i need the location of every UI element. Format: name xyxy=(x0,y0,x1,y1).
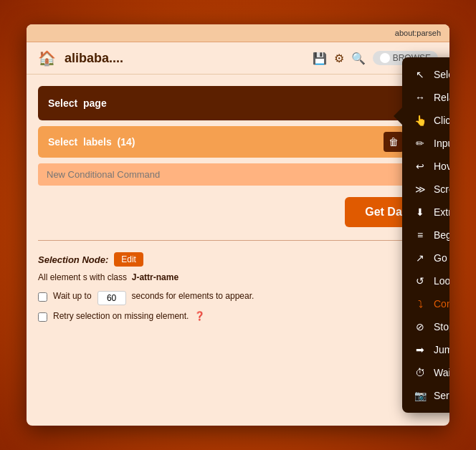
page-label: page xyxy=(83,97,107,109)
menu-item-icon: ↗ xyxy=(414,252,427,264)
wait-input[interactable] xyxy=(97,291,126,305)
menu-item-icon: ↩ xyxy=(414,161,427,172)
wait-text-before: Wait up to xyxy=(53,291,92,301)
menu-item-icon: ≡ xyxy=(414,229,427,241)
menu-item-label: Extract xyxy=(434,206,449,218)
menu-item-hover[interactable]: ↩Hover xyxy=(402,155,449,178)
menu-item-input[interactable]: ✏Input xyxy=(402,132,449,155)
menu-item-label: Select xyxy=(434,69,449,80)
gear-icon[interactable]: ⚙ xyxy=(334,52,344,65)
node-description: All element s with class J-attr-name xyxy=(38,272,438,282)
menu-item-wait[interactable]: ⏱Wait xyxy=(402,361,449,384)
menu-item-go-to-template[interactable]: ↗Go To Template xyxy=(402,246,449,269)
address-bar: about:parseh xyxy=(27,24,449,42)
menu-item-label: Begin New Entry xyxy=(434,229,449,241)
menu-item-label: Loop xyxy=(434,275,449,287)
menu-item-stop[interactable]: ⊘Stop xyxy=(402,315,449,338)
menu-item-icon: 📷 xyxy=(414,390,427,401)
menu-item-scroll[interactable]: ≫Scroll xyxy=(402,178,449,201)
selection-node-label: Selection Node: xyxy=(38,254,108,265)
menu-item-icon: ⏱ xyxy=(414,367,427,378)
toolbar: 🏠 alibaba.... 💾 ⚙ 🔍 BROWSE xyxy=(27,42,449,75)
menu-item-label: Server Snapshot xyxy=(434,390,449,401)
menu-item-icon: ✏ xyxy=(414,138,427,149)
menu-item-label: Stop xyxy=(434,321,449,332)
select-label: Select xyxy=(48,97,77,109)
menu-item-icon: ⬇ xyxy=(414,206,427,218)
menu-arrow xyxy=(394,107,402,125)
menu-item-icon: 👆 xyxy=(414,115,427,126)
divider xyxy=(38,240,438,241)
menu-item-icon: ↔ xyxy=(414,92,427,103)
select-page-row: Select page + xyxy=(38,86,438,120)
save-icon[interactable]: 💾 xyxy=(313,52,327,65)
menu-item-icon: ↺ xyxy=(414,275,427,287)
wait-row: Wait up to seconds for elements to appea… xyxy=(38,291,438,305)
menu-item-label: Hover xyxy=(434,161,449,172)
help-icon[interactable]: ❓ xyxy=(194,311,205,321)
menu-item-jump[interactable]: ➡Jump xyxy=(402,338,449,361)
address-text: about:parseh xyxy=(395,29,441,37)
menu-item-begin-new-entry[interactable]: ≡Begin New Entry xyxy=(402,224,449,246)
browser-window: about:parseh 🏠 alibaba.... 💾 ⚙ 🔍 BROWSE xyxy=(27,24,449,426)
wait-text-after: seconds for elements to appear. xyxy=(132,291,254,301)
menu-item-select[interactable]: ↖Select xyxy=(402,63,449,86)
menu-item-label: Conditional xyxy=(434,298,449,310)
menu-item-label: Jump xyxy=(434,344,449,355)
select-labels-row: Select labels (14) 🗑 + xyxy=(38,126,438,158)
menu-item-label: Wait xyxy=(434,367,449,378)
panel-wrapper: Select page + Select labels (14) xyxy=(38,86,438,327)
menu-item-label: Scroll xyxy=(434,183,449,195)
class-name: J-attr-name xyxy=(132,272,178,282)
menu-item-label: Relative Select xyxy=(434,92,449,103)
command-input[interactable] xyxy=(38,163,438,186)
menu-item-icon: ➡ xyxy=(414,344,427,355)
retry-row: Retry selection on missing element. ❓ xyxy=(38,311,438,322)
menu-items-container: ↖Select↔Relative Select👆Click✏Input↩Hove… xyxy=(402,63,449,407)
site-title: alibaba.... xyxy=(65,51,304,66)
select-page-text: Select page xyxy=(48,97,107,109)
menu-item-server-snapshot[interactable]: 📷Server Snapshot xyxy=(402,384,449,407)
edit-button[interactable]: Edit xyxy=(114,252,143,267)
menu-item-relative-select[interactable]: ↔Relative Select xyxy=(402,86,449,109)
retry-text: Retry selection on missing element. xyxy=(53,311,189,321)
menu-item-label: Input xyxy=(434,138,449,149)
menu-item-icon: ⊘ xyxy=(414,321,427,332)
menu-item-icon: ↖ xyxy=(414,69,427,80)
retry-checkbox[interactable] xyxy=(38,312,47,322)
labels-bold: labels xyxy=(83,136,112,148)
menu-item-label: Click xyxy=(434,115,449,126)
menu-item-extract[interactable]: ⬇Extract xyxy=(402,201,449,224)
form-area: Select page + Select labels (14) xyxy=(38,86,438,327)
menu-item-conditional[interactable]: ⤵Conditional xyxy=(402,292,449,315)
wait-checkbox[interactable] xyxy=(38,292,47,302)
main-content: Select page + Select labels (14) xyxy=(27,75,449,418)
select-labels-label: Select xyxy=(48,136,77,148)
menu-item-icon: ⤵ xyxy=(414,298,427,310)
outer-background: about:parseh 🏠 alibaba.... 💾 ⚙ 🔍 BROWSE xyxy=(0,0,476,450)
delete-labels-button[interactable]: 🗑 xyxy=(384,132,404,152)
search-icon[interactable]: 🔍 xyxy=(351,52,366,65)
labels-count: (14) xyxy=(118,136,135,148)
home-icon[interactable]: 🏠 xyxy=(38,49,56,67)
left-panel: Select page + Select labels (14) xyxy=(27,75,449,418)
menu-item-icon: ≫ xyxy=(414,183,427,195)
menu-item-click[interactable]: 👆Click xyxy=(402,109,449,132)
menu-item-label: Go To Template xyxy=(434,252,449,264)
selection-node-row: Selection Node: Edit xyxy=(38,252,438,267)
menu-item-loop[interactable]: ↺Loop xyxy=(402,269,449,292)
dropdown-menu: ↖Select↔Relative Select👆Click✏Input↩Hove… xyxy=(402,57,449,413)
labels-text: Select labels (14) xyxy=(48,136,135,148)
